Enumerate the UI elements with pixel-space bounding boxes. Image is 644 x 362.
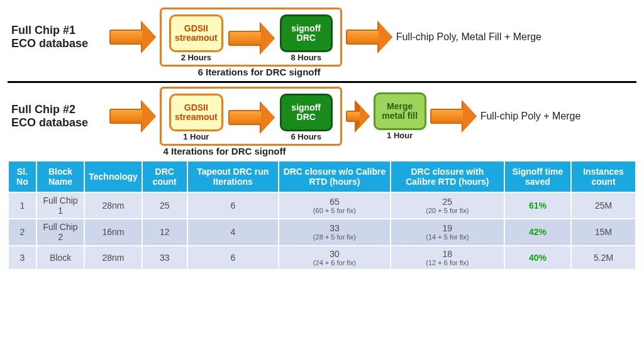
flow2-merge-stage: Merge metal fill 1 Hour	[374, 92, 426, 140]
th-wi: DRC closure with Calibre RTD (hours)	[391, 161, 504, 192]
gds-line2: streamout	[175, 33, 218, 43]
cell-tech: 28nm	[84, 246, 142, 270]
flow2-title-line2: ECO database	[11, 116, 106, 129]
table-row: 3Block28nm33630(24 + 6 for fix)18(12 + 6…	[8, 246, 636, 270]
gds-streamout-box: GDSII streamout	[169, 94, 223, 131]
gds-line2: streamout	[175, 112, 218, 122]
results-table: Sl. No Block Name Technology DRC count T…	[8, 160, 636, 270]
merge-line2: metal fill	[382, 111, 418, 121]
cell-name: Full Chip 2	[36, 219, 84, 245]
flow2-iterations: 4 Iterations for DRC signoff	[0, 146, 636, 156]
cell-inst: 5.2M	[571, 246, 636, 270]
arrow-icon	[346, 22, 392, 52]
arrow-icon	[430, 101, 477, 131]
flow-2: Full Chip #2 ECO database GDSII streamou…	[11, 87, 636, 146]
cell-wo: 33(28 + 5 for fix)	[279, 219, 391, 245]
gds-line1: GDSII	[184, 102, 208, 112]
cell-iter: 6	[187, 192, 279, 219]
signoff-drc-box: signoff DRC	[280, 14, 333, 52]
drc-time: 8 Hours	[291, 53, 321, 62]
cell-sl: 2	[8, 219, 36, 245]
flow1-title: Full Chip #1 ECO database	[11, 24, 106, 50]
cell-sl: 3	[8, 246, 36, 270]
table-row: 2Full Chip 216nm12433(28 + 5 for fix)19(…	[8, 219, 636, 245]
th-sl: Sl. No	[8, 161, 36, 192]
cell-wi: 19(14 + 5 for fix)	[391, 219, 504, 245]
gds-time: 2 Hours	[181, 53, 211, 62]
cell-wo: 65(60 + 5 for fix)	[279, 192, 391, 219]
table-body: 1Full Chip 128nm25665(60 + 5 for fix)25(…	[8, 192, 636, 270]
table-header: Sl. No Block Name Technology DRC count T…	[8, 161, 636, 192]
flow2-gds-stage: GDSII streamout 1 Hour	[169, 94, 223, 141]
divider	[8, 81, 636, 83]
drc-line2: DRC	[297, 112, 316, 122]
flow1-drc-frame: GDSII streamout 2 Hours signoff DRC 8 Ho…	[160, 8, 342, 67]
cell-drc: 25	[142, 192, 187, 219]
flow2-title-line1: Full Chip #2	[11, 103, 106, 116]
flow1-iterations: 6 Iterations for DRC signoff	[0, 67, 636, 77]
cell-name: Full Chip 1	[36, 192, 84, 219]
drc-line1: signoff	[291, 102, 321, 112]
th-drc: DRC count	[142, 161, 187, 192]
cell-tech: 16nm	[84, 219, 142, 245]
flow1-output: Full-chip Poly, Metal Fill + Merge	[396, 31, 541, 43]
cell-inst: 15M	[571, 219, 636, 245]
arrow-icon	[228, 23, 275, 53]
cell-saved: 42%	[504, 219, 571, 245]
drc-line2: DRC	[297, 33, 316, 43]
gds-line1: GDSII	[184, 23, 208, 33]
arrow-icon	[109, 101, 156, 131]
flow1-title-line2: ECO database	[11, 37, 106, 50]
cell-iter: 6	[187, 246, 279, 270]
drc-time: 6 Hours	[291, 132, 321, 141]
arrow-icon	[346, 105, 370, 128]
cell-saved: 40%	[504, 246, 571, 270]
th-inst: Instances count	[571, 161, 636, 192]
arrow-icon	[109, 22, 156, 52]
merge-time: 1 Hour	[387, 131, 413, 140]
flow2-output: Full-chip Poly + Merge	[480, 111, 581, 122]
merge-metal-fill-box: Merge metal fill	[374, 92, 426, 130]
cell-drc: 33	[142, 246, 187, 270]
cell-saved: 61%	[504, 192, 571, 219]
flow2-title: Full Chip #2 ECO database	[11, 103, 106, 129]
th-name: Block Name	[36, 161, 84, 192]
cell-wi: 18(12 + 6 for fix)	[391, 246, 504, 270]
flow1-title-line1: Full Chip #1	[11, 24, 106, 37]
arrow-icon	[228, 102, 275, 133]
cell-tech: 28nm	[84, 192, 142, 219]
cell-inst: 25M	[571, 192, 636, 219]
th-save: Signoff time saved	[504, 161, 571, 192]
drc-line1: signoff	[291, 23, 321, 33]
cell-wi: 25(20 + 5 for fix)	[391, 192, 504, 219]
th-tech: Technology	[84, 161, 142, 192]
flow2-drc-frame: GDSII streamout 1 Hour signoff DRC 6 Hou…	[160, 87, 342, 146]
th-iter: Tapeout DRC run Iterations	[187, 161, 279, 192]
cell-iter: 4	[187, 219, 279, 245]
cell-sl: 1	[8, 192, 36, 219]
gds-streamout-box: GDSII streamout	[169, 14, 223, 52]
signoff-drc-box: signoff DRC	[280, 94, 333, 131]
merge-line1: Merge	[387, 101, 413, 111]
flow1-drc-stage: signoff DRC 8 Hours	[280, 14, 333, 62]
cell-name: Block	[36, 246, 84, 270]
th-wo: DRC closure w/o Calibre RTD (hours)	[279, 161, 391, 192]
flow-1: Full Chip #1 ECO database GDSII streamou…	[11, 8, 636, 67]
flow2-drc-stage: signoff DRC 6 Hours	[280, 94, 333, 141]
table-row: 1Full Chip 128nm25665(60 + 5 for fix)25(…	[8, 192, 636, 219]
flow1-gds-stage: GDSII streamout 2 Hours	[169, 14, 223, 62]
cell-drc: 12	[142, 219, 187, 245]
gds-time: 1 Hour	[183, 132, 209, 141]
cell-wo: 30(24 + 6 for fix)	[279, 246, 391, 270]
